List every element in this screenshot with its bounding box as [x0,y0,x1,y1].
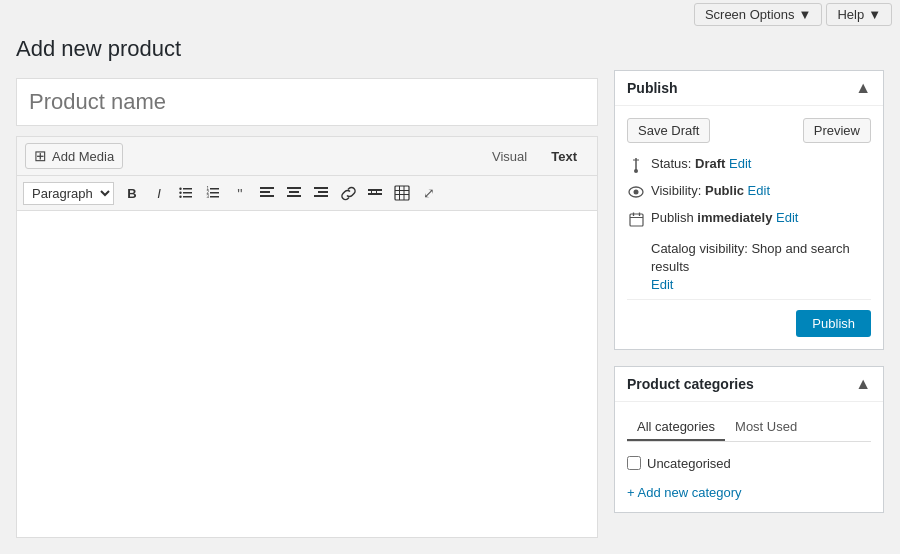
add-media-button[interactable]: ⊞ Add Media [25,143,123,169]
categories-panel-header: Product categories ▲ [615,367,883,402]
italic-button[interactable]: I [146,180,172,206]
page-title: Add new product [16,28,598,68]
table-icon [394,185,410,201]
editor-wrap: ⊞ Add Media Visual Text Paragraph B [16,136,598,538]
uncategorised-label: Uncategorised [647,456,731,471]
help-label: Help [837,7,864,22]
svg-rect-22 [368,193,382,195]
publish-panel-title: Publish [627,80,678,96]
screen-options-arrow-icon: ▼ [799,7,812,22]
svg-rect-19 [318,191,328,193]
preview-button[interactable]: Preview [803,118,871,143]
screen-options-label: Screen Options [705,7,795,22]
svg-rect-2 [183,196,192,198]
svg-rect-25 [395,186,409,200]
publish-time-row: Publish immediately Edit [627,209,871,228]
svg-rect-18 [314,187,328,189]
table-button[interactable] [389,180,415,206]
add-media-label: Add Media [52,149,114,164]
svg-text:3: 3 [207,194,210,199]
publish-panel-toggle[interactable]: ▲ [855,79,871,97]
ol-icon: 123 [205,185,221,201]
svg-rect-23 [371,189,372,195]
publish-button[interactable]: Publish [796,310,871,337]
bold-button[interactable]: B [119,180,145,206]
screen-options-button[interactable]: Screen Options ▼ [694,3,822,26]
link-button[interactable] [335,180,361,206]
link-icon [341,186,356,201]
categories-panel: Product categories ▲ All categories Most… [614,366,884,513]
svg-rect-21 [368,189,382,191]
align-left-button[interactable] [254,180,280,206]
blockquote-button[interactable]: " [227,180,253,206]
svg-point-3 [179,188,181,190]
add-new-category-link[interactable]: + Add new category [627,485,742,500]
align-left-icon [260,186,274,200]
categories-panel-toggle[interactable]: ▲ [855,375,871,393]
status-row: Status: Draft Edit [627,155,871,174]
unordered-list-button[interactable] [173,180,199,206]
add-media-icon: ⊞ [34,147,47,165]
list-item: Uncategorised [627,452,871,475]
svg-rect-6 [210,188,219,190]
category-tabs: All categories Most Used [627,414,871,442]
publish-footer: Publish [627,299,871,337]
catalog-visibility-row: Catalog visibility: Shop and search resu… [627,240,871,295]
status-icon [627,156,645,174]
categories-panel-body: All categories Most Used Uncategorised +… [615,402,883,512]
align-center-button[interactable] [281,180,307,206]
more-button[interactable] [362,180,388,206]
publish-time-edit-link[interactable]: Edit [776,210,798,225]
main-layout: Add new product ⊞ Add Media Visual Text [0,28,900,554]
visibility-icon [627,183,645,201]
paragraph-select[interactable]: Paragraph [23,182,114,205]
top-bar: Screen Options ▼ Help ▼ [0,0,900,28]
product-name-input[interactable] [16,78,598,126]
svg-point-31 [634,169,638,173]
editor-toolbar: Paragraph B I 123 " [17,176,597,211]
svg-rect-17 [287,195,301,197]
save-draft-button[interactable]: Save Draft [627,118,710,143]
category-list: Uncategorised [627,452,871,475]
help-button[interactable]: Help ▼ [826,3,892,26]
publish-time-text: Publish immediately Edit [651,209,798,227]
svg-rect-14 [260,195,274,197]
categories-panel-title: Product categories [627,376,754,392]
tab-all-categories[interactable]: All categories [627,414,725,441]
publish-actions: Save Draft Preview [627,118,871,143]
editor-top-bar: ⊞ Add Media Visual Text [17,137,597,176]
visibility-row: Visibility: Public Edit [627,182,871,201]
left-column: Add new product ⊞ Add Media Visual Text [16,28,598,538]
visibility-edit-link[interactable]: Edit [748,183,770,198]
svg-point-4 [179,192,181,194]
uncategorised-checkbox[interactable] [627,456,641,470]
publish-panel: Publish ▲ Save Draft Preview [614,70,884,350]
svg-rect-24 [376,189,377,195]
publish-panel-body: Save Draft Preview Status: Draft [615,106,883,349]
ul-icon [178,185,194,201]
editor-tabs: Visual Text [480,145,589,168]
editor-content[interactable] [17,211,597,411]
tab-visual[interactable]: Visual [480,145,539,168]
svg-point-34 [634,190,639,195]
svg-rect-1 [183,192,192,194]
svg-rect-20 [314,195,328,197]
calendar-icon [627,210,645,228]
svg-rect-8 [210,196,219,198]
align-center-icon [287,186,301,200]
help-arrow-icon: ▼ [868,7,881,22]
visibility-text: Visibility: Public Edit [651,182,770,200]
fullscreen-button[interactable]: ⤢ [416,180,442,206]
tab-most-used[interactable]: Most Used [725,414,807,441]
svg-rect-35 [630,214,643,226]
status-text: Status: Draft Edit [651,155,751,173]
more-icon [367,185,383,201]
status-edit-link[interactable]: Edit [729,156,751,171]
catalog-visibility-edit-link[interactable]: Edit [651,276,871,294]
svg-rect-0 [183,188,192,190]
tab-text[interactable]: Text [539,145,589,168]
svg-point-5 [179,196,181,198]
align-right-button[interactable] [308,180,334,206]
publish-panel-header: Publish ▲ [615,71,883,106]
ordered-list-button[interactable]: 123 [200,180,226,206]
